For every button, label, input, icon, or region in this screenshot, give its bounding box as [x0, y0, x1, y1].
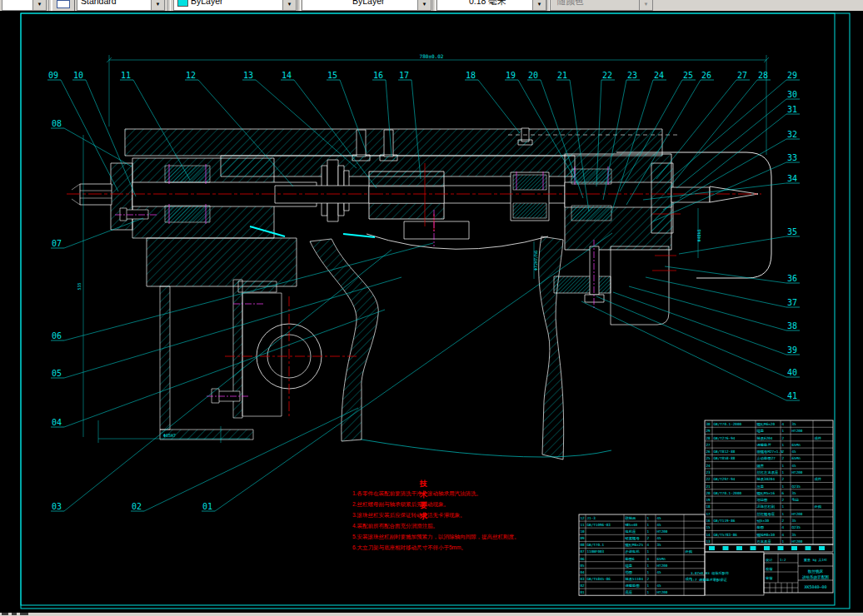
svg-text:35: 35	[792, 491, 797, 495]
svg-text:螺栓M8×30: 螺栓M8×30	[757, 533, 776, 538]
svg-text:垫圈6: 垫圈6	[626, 557, 636, 561]
svg-text:08: 08	[581, 543, 586, 547]
layers-icon	[57, 0, 70, 8]
svg-text:01: 01	[202, 502, 212, 511]
svg-text:29: 29	[787, 71, 797, 80]
worktable-plate	[125, 129, 662, 156]
callout-03: 03	[51, 250, 392, 511]
svg-text:审核: 审核	[766, 576, 773, 580]
svg-text:HT200: HT200	[657, 529, 668, 534]
svg-text:轴承30204: 轴承30204	[757, 477, 776, 481]
svg-text:进给系统装配图: 进给系统装配图	[801, 574, 829, 580]
bom-table-left: 12J1-3联轴器14511GB/T1096-03键5×4014510电机座1H…	[579, 514, 705, 595]
bom-row: 22GB/T297-94轴承302042成件	[706, 477, 822, 481]
svg-text:1: 1	[782, 484, 785, 489]
bom-row: 26GB/T812-88圆螺母M27×1.5245	[706, 450, 797, 455]
svg-text:45: 45	[657, 536, 662, 540]
bom-row: 08GB/T70.1螺钉M6×25435	[581, 543, 662, 548]
svg-text:04: 04	[581, 570, 586, 574]
chevron-down-icon[interactable]: ▼	[151, 0, 164, 10]
svg-text:22: 22	[706, 477, 711, 481]
input-shaft-end	[72, 184, 112, 205]
svg-text:45: 45	[792, 464, 797, 468]
statusbar-mark	[20, 613, 28, 615]
svg-text:止动垫圈27: 止动垫圈27	[757, 456, 776, 460]
svg-text:29: 29	[706, 429, 711, 433]
svg-text:21: 21	[706, 484, 711, 489]
bom-row: 20GB/T70.1-2000螺钉M5×16635	[706, 491, 797, 496]
statusbar-strip	[0, 613, 863, 616]
svg-text:锁紧螺母: 锁紧螺母	[625, 536, 641, 541]
title-block: 设计校核审核1:2重量 kg 共1张数控铣床进给系统装配图XK5040—00	[764, 554, 833, 593]
toolbar-separator	[167, 0, 171, 11]
svg-text:成件: 成件	[815, 477, 822, 481]
svg-text:2: 2	[782, 450, 785, 454]
svg-text:GB/T70.1-2000: GB/T70.1-2000	[714, 422, 742, 426]
bom-row: 06垫圈6465Mn	[581, 557, 666, 561]
svg-text:1: 1	[782, 539, 785, 544]
bearing	[165, 206, 210, 222]
layer-manager-button[interactable]	[52, 0, 75, 11]
knee-left-wall	[160, 286, 170, 430]
chevron-down-icon[interactable]: ▼	[417, 0, 431, 10]
svg-text:底座: 底座	[626, 590, 633, 594]
chevron-down-icon[interactable]: ▼	[282, 0, 296, 10]
plotstyle-combo[interactable]: 随颜色 ▼	[550, 0, 653, 11]
bom-row: 16GB/T119-86销5×30235	[706, 519, 797, 523]
svg-text:GB/T858-88: GB/T858-88	[714, 456, 736, 460]
tech-requirement-item: 3.滚珠丝杠安装后应保证转动灵活无卡滞现象。	[352, 512, 465, 518]
linetype-combo[interactable]: ByLayer ▼	[302, 0, 432, 11]
color-combo[interactable]: ByLayer ▼	[173, 0, 297, 11]
style-combo[interactable]: Standard ▼	[77, 0, 165, 11]
svg-text:HT200: HT200	[657, 590, 668, 594]
svg-text:外购: 外购	[686, 549, 693, 554]
bom-row: 23丝杠左支承座1HT200	[706, 470, 803, 474]
svg-text:轴承6204: 轴承6204	[757, 436, 773, 440]
svg-text:11: 11	[581, 523, 586, 527]
assembly-cross-section	[72, 128, 771, 460]
svg-text:16: 16	[706, 519, 711, 523]
svg-text:15: 15	[327, 71, 337, 80]
svg-text:14: 14	[282, 71, 292, 80]
svg-text:1: 1	[647, 564, 650, 568]
plotstyle-combo-value: 随颜色	[557, 0, 584, 7]
layer-combo[interactable]: ▼	[2, 0, 47, 11]
anchor-bolt	[585, 246, 604, 302]
bom-row: 14GB/T5783-86螺栓M8×30435	[706, 533, 797, 538]
bearing	[165, 166, 210, 182]
svg-text:26: 26	[701, 71, 711, 80]
svg-text:J1-3: J1-3	[587, 516, 596, 520]
svg-text:30: 30	[787, 90, 797, 99]
svg-text:23: 23	[706, 470, 711, 474]
callout-30: 30	[676, 90, 800, 188]
svg-text:端盖: 端盖	[756, 429, 765, 433]
object-properties-toolbar: ▼ Standard ▼ ByLayer ▼ ByLayer ▼ 0.18 毫米…	[0, 0, 863, 11]
svg-text:17: 17	[706, 512, 711, 516]
chevron-down-icon[interactable]: ▼	[532, 0, 546, 10]
callout-28: 28	[665, 71, 771, 193]
svg-text:隔套: 隔套	[757, 464, 765, 469]
svg-text:780±0.02: 780±0.02	[420, 53, 444, 59]
svg-text:01: 01	[581, 590, 586, 594]
lineweight-combo[interactable]: 0.18 毫米 ▼	[436, 0, 546, 11]
svg-text:轴承51104: 轴承51104	[626, 577, 644, 581]
svg-text:2: 2	[782, 519, 785, 523]
svg-text:4: 4	[647, 543, 650, 547]
bom-row: 15垫圈4Q235	[706, 525, 801, 529]
tech-requirement-item: 5.安装滚珠丝杠副时要施加预紧力，以消除轴向间隙，提高丝杠刚度。	[352, 534, 519, 539]
svg-text:05: 05	[52, 369, 62, 378]
svg-text:GB/T297-94: GB/T297-94	[714, 477, 736, 481]
svg-text:12: 12	[186, 71, 196, 80]
svg-text:40: 40	[787, 368, 797, 377]
svg-text:1: 1	[647, 584, 650, 588]
svg-text:1: 1	[782, 443, 785, 447]
small-bolt	[120, 208, 148, 221]
svg-text:39: 39	[787, 345, 797, 355]
svg-text:电机座: 电机座	[626, 529, 637, 534]
svg-text:GB/T5845-86: GB/T5845-86	[587, 577, 611, 581]
chevron-down-icon[interactable]: ▼	[32, 0, 46, 10]
toolbar-separator	[297, 0, 301, 11]
svg-text:联轴器: 联轴器	[626, 516, 637, 520]
svg-text:26: 26	[706, 450, 711, 454]
svg-text:4: 4	[647, 557, 650, 561]
